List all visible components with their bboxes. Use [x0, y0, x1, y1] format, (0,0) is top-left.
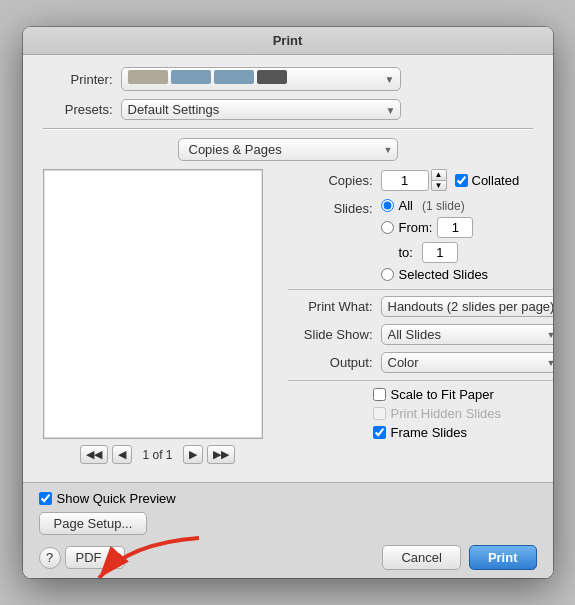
- quick-preview-row: Show Quick Preview: [39, 491, 537, 506]
- output-label: Output:: [288, 355, 373, 370]
- to-label: to:: [399, 245, 413, 260]
- copies-increment-btn[interactable]: ▲: [431, 169, 447, 180]
- to-slides-row: to:: [399, 242, 489, 263]
- print-dialog: Print Printer: ▼ Presets: Default Settin…: [23, 27, 553, 578]
- divider-2: [288, 380, 553, 381]
- all-slides-label: All: [399, 198, 413, 213]
- bottom-row-container: ? PDF ▼ Cancel Print: [39, 545, 537, 570]
- selected-slides-row: Selected Slides: [381, 267, 489, 282]
- frame-slides-label: Frame Slides: [391, 425, 468, 440]
- from-label: From:: [399, 220, 433, 235]
- frame-slides-checkbox[interactable]: [373, 426, 386, 439]
- color-block-3: [214, 70, 254, 84]
- slides-label: Slides:: [288, 201, 373, 216]
- options-area: Copies: ▲ ▼ Collated Slides:: [288, 169, 553, 464]
- output-selector[interactable]: Color: [381, 352, 553, 373]
- presets-selector[interactable]: Default Settings ▼: [121, 99, 401, 120]
- copies-decrement-btn[interactable]: ▼: [431, 180, 447, 191]
- svg-rect-0: [44, 170, 262, 438]
- printer-label: Printer:: [43, 72, 113, 87]
- color-block-2: [171, 70, 211, 84]
- copies-input[interactable]: [381, 170, 429, 191]
- slides-radio-group: All (1 slide) From: to:: [381, 198, 489, 282]
- right-buttons: Cancel Print: [382, 545, 536, 570]
- cancel-btn[interactable]: Cancel: [382, 545, 460, 570]
- pdf-arrow: ▼: [106, 553, 115, 563]
- next-page-btn[interactable]: ▶: [183, 445, 203, 464]
- collated-checkbox[interactable]: [455, 174, 468, 187]
- title-bar: Print: [23, 27, 553, 55]
- collated-label: Collated: [472, 173, 520, 188]
- presets-row: Presets: Default Settings ▼: [43, 99, 533, 120]
- scale-to-fit-label: Scale to Fit Paper: [391, 387, 494, 402]
- color-block-4: [257, 70, 287, 84]
- pdf-btn[interactable]: PDF ▼: [65, 546, 126, 569]
- printer-selector[interactable]: ▼: [121, 67, 401, 91]
- dialog-title: Print: [273, 33, 303, 48]
- divider-1: [288, 289, 553, 290]
- output-select[interactable]: Color: [381, 352, 553, 373]
- copies-pages-row: Copies & Pages ▼: [43, 138, 533, 161]
- scale-to-fit-row: Scale to Fit Paper: [373, 387, 553, 402]
- frame-slides-row: Frame Slides: [373, 425, 553, 440]
- preview-nav: ◀◀ ◀ 1 of 1 ▶ ▶▶: [43, 445, 273, 464]
- copies-pages-select[interactable]: Copies & Pages: [178, 138, 398, 161]
- copies-stepper: ▲ ▼: [431, 169, 447, 191]
- left-buttons: ? PDF ▼: [39, 546, 126, 569]
- presets-select[interactable]: Default Settings: [121, 99, 401, 120]
- print-hidden-row: Print Hidden Slides: [373, 406, 553, 421]
- preview-area: ◀◀ ◀ 1 of 1 ▶ ▶▶: [43, 169, 273, 464]
- section-divider: [43, 128, 533, 130]
- bottom-section: Show Quick Preview Page Setup... ? PDF: [23, 482, 553, 578]
- printer-color-strip: [128, 70, 394, 84]
- copies-pages-selector[interactable]: Copies & Pages ▼: [178, 138, 398, 161]
- slide-show-label: Slide Show:: [288, 327, 373, 342]
- first-page-btn[interactable]: ◀◀: [80, 445, 108, 464]
- print-what-row: Print What: Handouts (2 slides per page): [288, 296, 553, 317]
- from-slides-row: From:: [381, 217, 489, 238]
- prev-page-btn[interactable]: ◀: [112, 445, 132, 464]
- collated-check: Collated: [455, 173, 520, 188]
- quick-preview-label: Show Quick Preview: [57, 491, 176, 506]
- print-what-select[interactable]: Handouts (2 slides per page): [381, 296, 553, 317]
- dialog-content: Printer: ▼ Presets: Default Settings ▼: [23, 55, 553, 482]
- print-btn[interactable]: Print: [469, 545, 537, 570]
- print-what-selector[interactable]: Handouts (2 slides per page): [381, 296, 553, 317]
- printer-row: Printer: ▼: [43, 67, 533, 91]
- color-block-1: [128, 70, 168, 84]
- last-page-btn[interactable]: ▶▶: [207, 445, 235, 464]
- print-hidden-label: Print Hidden Slides: [391, 406, 502, 421]
- to-input[interactable]: [422, 242, 458, 263]
- bottom-buttons: ? PDF ▼ Cancel Print: [39, 545, 537, 570]
- slide-show-selector[interactable]: All Slides: [381, 324, 553, 345]
- quick-preview-checkbox[interactable]: [39, 492, 52, 505]
- checkbox-rows: Scale to Fit Paper Print Hidden Slides F…: [373, 387, 553, 440]
- slides-opt-row: Slides: All (1 slide) From:: [288, 198, 553, 282]
- presets-label: Presets:: [43, 102, 113, 117]
- from-slides-radio[interactable]: [381, 221, 394, 234]
- pdf-label: PDF: [76, 550, 102, 565]
- selected-slides-label: Selected Slides: [399, 267, 489, 282]
- preview-content: [44, 169, 262, 439]
- copies-label: Copies:: [288, 173, 373, 188]
- all-slides-row: All (1 slide): [381, 198, 489, 213]
- scale-to-fit-checkbox[interactable]: [373, 388, 386, 401]
- copies-opt-row: Copies: ▲ ▼ Collated: [288, 169, 553, 191]
- print-what-label: Print What:: [288, 299, 373, 314]
- print-hidden-checkbox[interactable]: [373, 407, 386, 420]
- page-info: 1 of 1: [142, 448, 172, 462]
- slide-show-select[interactable]: All Slides: [381, 324, 553, 345]
- selected-slides-radio[interactable]: [381, 268, 394, 281]
- main-area: ◀◀ ◀ 1 of 1 ▶ ▶▶ Copies: ▲ ▼: [43, 169, 533, 472]
- all-slides-radio[interactable]: [381, 199, 394, 212]
- from-input[interactable]: [437, 217, 473, 238]
- output-row: Output: Color: [288, 352, 553, 373]
- help-btn[interactable]: ?: [39, 547, 61, 569]
- slide-count: (1 slide): [422, 199, 465, 213]
- slide-show-row: Slide Show: All Slides: [288, 324, 553, 345]
- preview-box: [43, 169, 263, 439]
- page-setup-btn[interactable]: Page Setup...: [39, 512, 148, 535]
